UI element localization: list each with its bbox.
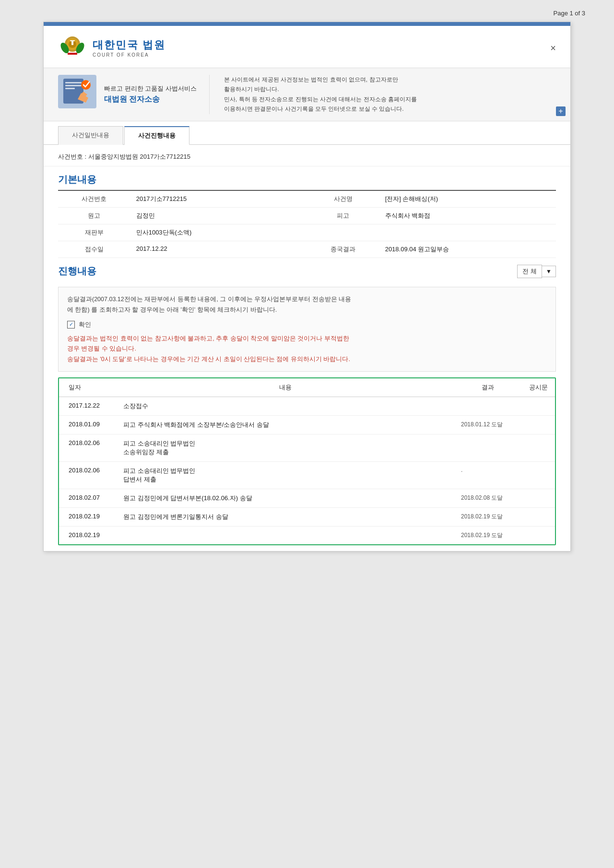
progress-row-result: 2018.02.19 도달 xyxy=(454,507,521,526)
table-row: 2018.02.06피고 소송대리인 법무법인 답변서 제출. xyxy=(59,461,555,489)
case-number-text: 사건번호 : 서울중앙지방법원 2017가소7712215 xyxy=(58,152,556,161)
logo-left: 대한민국 법원 COURT OF KOREA xyxy=(58,35,165,61)
notice-line1: 송달결과(2007.03.12전에는 재판부에서 등록한 내용에, 그 이후에는… xyxy=(67,294,547,305)
col-header-date: 일자 xyxy=(59,378,117,397)
progress-row-content: 피고 소송대리인 법무법인 답변서 제출 xyxy=(117,461,454,489)
value-case-name: [전자] 손해배싱(저) xyxy=(379,190,556,208)
page-wrapper: Page 1 of 3 xyxy=(0,0,614,868)
progress-row-notice xyxy=(521,489,555,507)
value-defendant: 주식회사 백화점 xyxy=(379,207,556,224)
banner-service-name: 대법원 전자소송 xyxy=(104,94,197,105)
table-row: 원고 김정민 피고 주식회사 백화점 xyxy=(58,207,556,224)
banner-text-block: 빠르고 편리한 고품질 사법서비스 대법원 전자소송 xyxy=(104,75,197,114)
notice-line2: 에 한함) 를 조회하고자 할 경우에는 아래 '확인' 항목에 체크하시기 바… xyxy=(67,305,547,316)
confirm-label: 확인 xyxy=(79,319,91,330)
progress-row-date: 2018.02.06 xyxy=(59,434,117,461)
label-case-number: 사건번호 xyxy=(58,190,130,208)
progress-header: 진행내용 전 체 ▼ xyxy=(44,258,570,282)
confirm-checkbox[interactable]: ✓ xyxy=(67,321,75,328)
progress-row-result xyxy=(454,434,521,461)
delivery-notice-box: 송달결과(2007.03.12전에는 재판부에서 등록한 내용에, 그 이후에는… xyxy=(58,287,556,372)
progress-row-notice xyxy=(521,397,555,415)
value-final-result: 2018.09.04 원고일부승 xyxy=(379,241,556,258)
value-case-number: 2017기소7712215 xyxy=(130,190,307,208)
tab-case-progress[interactable]: 사건진행내용 xyxy=(124,126,189,145)
warning-text-2: 송달결과는 '0시 도달'로 나타나는 경우에는 기간 계산 시 초일이 산입된… xyxy=(67,354,547,364)
logo-area: 대한민국 법원 COURT OF KOREA × xyxy=(44,26,570,68)
confirm-row: ✓ 확인 xyxy=(67,319,547,330)
table-row: 2018.02.07원고 김정민에게 답변서부본(18.02.06.자) 송달2… xyxy=(59,489,555,507)
banner-description: 본 사이트에서 제공된 사건정보는 법적인 효력이 없으며, 참고자로만 활용하… xyxy=(209,75,556,114)
filter-dropdown-arrow[interactable]: ▼ xyxy=(542,266,556,277)
table-row: 사건번호 2017기소7712215 사건명 [전자] 손해배싱(저) xyxy=(58,190,556,208)
progress-row-notice xyxy=(521,526,555,544)
progress-row-result: 2018.02.19 도달 xyxy=(454,526,521,544)
svg-rect-9 xyxy=(65,82,82,83)
progress-row-date: 2018.02.19 xyxy=(59,526,117,544)
label-case-name: 사건명 xyxy=(307,190,379,208)
progress-row-content xyxy=(117,526,454,544)
progress-row-notice xyxy=(521,461,555,489)
logo-title: 대한민국 법원 xyxy=(93,38,165,52)
label-defendant: 피고 xyxy=(307,207,379,224)
progress-row-content: 원고 김정민에게 변론기일통지서 송달 xyxy=(117,507,454,526)
header-bar xyxy=(44,22,570,26)
table-row: 2017.12.22소장접수 xyxy=(59,397,555,415)
court-emblem-icon xyxy=(58,35,87,61)
table-row: 2018.02.192018.02.19 도달 xyxy=(59,526,555,544)
value-court-division: 민사1003단독(소액) xyxy=(130,224,556,241)
case-number-section: 사건번호 : 서울중앙지방법원 2017가소7712215 xyxy=(44,145,570,166)
col-header-result: 결과 xyxy=(454,378,521,397)
col-header-notice: 공시문 xyxy=(521,378,555,397)
table-row: 2018.02.06피고 소송대리인 법무법인 소송위임장 제출 xyxy=(59,434,555,461)
progress-row-result: 2018.01.12 도달 xyxy=(454,415,521,434)
table-row: 접수일 2017.12.22 종국결과 2018.09.04 원고일부승 xyxy=(58,241,556,258)
svg-rect-6 xyxy=(71,41,73,45)
basic-info-title: 기본내용 xyxy=(44,166,570,190)
value-plaintiff: 김정민 xyxy=(130,207,307,224)
progress-row-date: 2017.12.22 xyxy=(59,397,117,415)
logo-text-block: 대한민국 법원 COURT OF KOREA xyxy=(93,38,165,58)
progress-row-content: 피고 소송대리인 법무법인 소송위임장 제출 xyxy=(117,434,454,461)
label-court-division: 재판부 xyxy=(58,224,130,241)
progress-row-content: 소장접수 xyxy=(117,397,454,415)
filter-label: 전 체 xyxy=(517,265,542,278)
progress-row-notice xyxy=(521,507,555,526)
banner-service-prefix: 빠르고 편리한 고품질 사법서비스 xyxy=(104,84,197,93)
label-plaintiff: 원고 xyxy=(58,207,130,224)
progress-row-result: 2018.02.08 도달 xyxy=(454,489,521,507)
warning-text-1: 송달결과는 법적인 효력이 없는 참고사항에 불과하고, 추후 송달이 착오에 … xyxy=(67,334,547,354)
progress-table-wrapper: 일자 내용 결과 공시문 2017.12.22소장접수2018.01.09피고 … xyxy=(58,377,556,545)
basic-info-table: 사건번호 2017기소7712215 사건명 [전자] 손해배싱(저) 원고 김… xyxy=(58,190,556,258)
progress-row-date: 2018.01.09 xyxy=(59,415,117,434)
tab-case-general[interactable]: 사건일반내용 xyxy=(58,126,123,145)
tabs-area: 사건일반내용 사건진행내용 xyxy=(44,126,570,145)
svg-rect-10 xyxy=(65,85,82,86)
table-header-row: 일자 내용 결과 공시문 xyxy=(59,378,555,397)
label-final-result: 종국결과 xyxy=(307,241,379,258)
progress-row-notice xyxy=(521,415,555,434)
filter-select[interactable]: 전 체 ▼ xyxy=(517,265,556,278)
table-row: 재판부 민사1003단독(소액) xyxy=(58,224,556,241)
progress-row-date: 2018.02.19 xyxy=(59,507,117,526)
value-receipt-date: 2017.12.22 xyxy=(130,241,307,258)
banner-plus-button[interactable]: + xyxy=(556,106,566,116)
table-row: 2018.01.09피고 주식회사 백화점에게 소장부본/소송안내서 송달201… xyxy=(59,415,555,434)
close-button[interactable]: × xyxy=(550,43,556,53)
label-receipt-date: 접수일 xyxy=(58,241,130,258)
col-header-content: 내용 xyxy=(117,378,454,397)
banner-image xyxy=(58,75,96,108)
progress-row-date: 2018.02.06 xyxy=(59,461,117,489)
court-subtitle: COURT OF KOREA xyxy=(93,52,165,58)
progress-table: 일자 내용 결과 공시문 2017.12.22소장접수2018.01.09피고 … xyxy=(59,378,555,544)
svg-rect-7 xyxy=(68,53,77,55)
svg-rect-5 xyxy=(70,40,75,41)
page-indicator: Page 1 of 3 xyxy=(10,10,604,17)
document-container: 대한민국 법원 COURT OF KOREA × xyxy=(43,22,571,551)
table-row: 2018.02.19원고 김정민에게 변론기일통지서 송달2018.02.19 … xyxy=(59,507,555,526)
progress-row-notice xyxy=(521,434,555,461)
progress-row-content: 피고 주식회사 백화점에게 소장부본/소송안내서 송달 xyxy=(117,415,454,434)
banner-area: 빠르고 편리한 고품질 사법서비스 대법원 전자소송 본 사이트에서 제공된 사… xyxy=(44,68,570,121)
svg-rect-11 xyxy=(65,88,75,89)
progress-row-content: 원고 김정민에게 답변서부본(18.02.06.자) 송달 xyxy=(117,489,454,507)
